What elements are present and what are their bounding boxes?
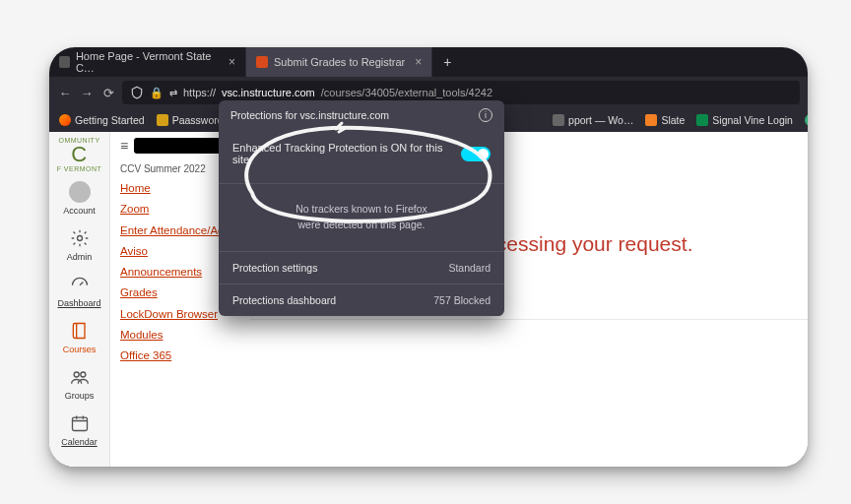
reload-icon[interactable]: ⟳ bbox=[100, 85, 116, 100]
nav-groups[interactable]: Groups bbox=[51, 360, 108, 407]
signal-icon bbox=[696, 114, 708, 126]
tab-strip: Home Page - Vermont State C… × Submit Gr… bbox=[49, 47, 808, 77]
etp-toggle[interactable] bbox=[461, 147, 491, 161]
nav-calendar[interactable]: Calendar bbox=[51, 407, 108, 453]
admin-icon bbox=[69, 227, 91, 249]
slate-icon bbox=[645, 114, 657, 126]
svg-point-1 bbox=[74, 372, 79, 377]
tab-label: Submit Grades to Registrar bbox=[274, 56, 405, 68]
key-icon bbox=[157, 114, 168, 126]
etp-toggle-row: Enhanced Tracking Protection is ON for t… bbox=[219, 130, 504, 184]
protections-dashboard-row[interactable]: Protections dashboard 757 Blocked bbox=[219, 284, 504, 316]
lock-icon[interactable]: 🔒 bbox=[150, 87, 164, 99]
tab-label: Home Page - Vermont State C… bbox=[76, 50, 219, 74]
shield-icon[interactable] bbox=[130, 86, 144, 99]
url-host: vsc.instructure.com bbox=[222, 87, 315, 98]
nav-courses[interactable]: Courses bbox=[51, 314, 108, 360]
redacted-course-name bbox=[134, 138, 223, 154]
bookmark-item[interactable]: Home - Aviso Engage bbox=[801, 114, 808, 126]
nav-admin[interactable]: Admin bbox=[51, 221, 108, 268]
svg-rect-3 bbox=[72, 417, 87, 430]
close-icon[interactable]: × bbox=[415, 55, 422, 69]
canvas-global-nav: OMMUNITY C F VERMONT Account Admin Dashb… bbox=[49, 132, 110, 467]
account-icon bbox=[69, 181, 91, 203]
screenshot-card: Home Page - Vermont State C… × Submit Gr… bbox=[49, 47, 808, 467]
favicon-generic bbox=[59, 56, 70, 68]
cnav-office365[interactable]: Office 365 bbox=[120, 347, 240, 364]
new-tab-button[interactable]: + bbox=[432, 47, 462, 77]
groups-icon bbox=[69, 366, 91, 388]
dashboard-icon bbox=[69, 274, 91, 295]
popup-body: No trackers known to Firefox were detect… bbox=[219, 184, 504, 252]
globe-icon bbox=[805, 114, 808, 126]
url-scheme: https:// bbox=[183, 87, 216, 98]
nav-account[interactable]: Account bbox=[51, 175, 108, 221]
url-path: /courses/34005/external_tools/4242 bbox=[321, 87, 492, 98]
svg-point-2 bbox=[80, 372, 85, 377]
cnav-modules[interactable]: Modules bbox=[120, 327, 240, 344]
svg-point-0 bbox=[77, 236, 82, 241]
bookmark-icon bbox=[553, 114, 564, 126]
bookmark-item[interactable]: Getting Started bbox=[55, 114, 149, 126]
browser-tab-inactive[interactable]: Home Page - Vermont State C… × bbox=[49, 47, 246, 77]
bookmark-item[interactable]: Slate bbox=[641, 114, 688, 126]
browser-tab-active[interactable]: Submit Grades to Registrar × bbox=[246, 47, 432, 77]
popup-header: Protections for vsc.instructure.com i bbox=[219, 100, 504, 130]
protection-settings-row[interactable]: Protection settings Standard bbox=[219, 252, 504, 284]
divider bbox=[250, 319, 808, 320]
bookmark-item[interactable]: Signal Vine Login bbox=[692, 114, 797, 126]
bookmark-item[interactable]: pport — Wo… bbox=[549, 114, 637, 126]
nav-dashboard[interactable]: Dashboard bbox=[51, 268, 108, 314]
favicon-canvas bbox=[256, 56, 268, 68]
hamburger-icon[interactable]: ≡ bbox=[120, 138, 128, 154]
back-icon[interactable]: ← bbox=[57, 85, 73, 100]
close-icon[interactable]: × bbox=[229, 55, 235, 69]
forward-icon[interactable]: → bbox=[79, 85, 95, 100]
firefox-icon bbox=[59, 114, 71, 126]
permissions-icon[interactable]: ⇄ bbox=[169, 88, 177, 98]
protections-popup: Protections for vsc.instructure.com i En… bbox=[219, 100, 504, 316]
info-icon[interactable]: i bbox=[479, 108, 492, 122]
courses-icon bbox=[69, 320, 91, 342]
calendar-icon bbox=[69, 412, 91, 434]
canvas-logo[interactable]: OMMUNITY C F VERMONT bbox=[51, 134, 108, 175]
